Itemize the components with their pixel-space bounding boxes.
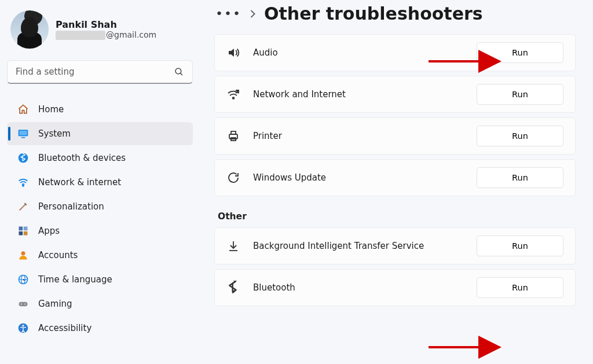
svg-point-6: [23, 185, 24, 186]
sidebar-item-label: System: [38, 128, 71, 139]
update-icon: [226, 171, 240, 185]
sidebar-item-label: Accounts: [38, 250, 78, 260]
redacted-email-local: [56, 31, 105, 40]
troubleshooter-label: Network and Internet: [253, 89, 464, 100]
svg-rect-15: [19, 302, 28, 307]
svg-point-19: [22, 325, 24, 326]
annotation-arrow: [429, 336, 504, 359]
user-email: @gmail.com: [56, 30, 156, 40]
search-box[interactable]: [7, 60, 193, 84]
troubleshooter-row: Bluetooth Run: [214, 269, 576, 306]
svg-rect-4: [21, 137, 25, 138]
apps-icon: [17, 225, 29, 237]
sidebar-item-bluetooth-devices[interactable]: Bluetooth & devices: [7, 146, 193, 170]
sidebar-item-home[interactable]: Home: [7, 98, 193, 121]
sidebar-item-system[interactable]: System: [7, 122, 193, 145]
sidebar-item-label: Time & language: [38, 274, 112, 285]
audio-icon: [226, 46, 240, 60]
bluetooth-icon: [226, 281, 240, 295]
breadcrumb-overflow-button[interactable]: •••: [215, 6, 241, 21]
nav-list: Home System Bluetooth & devices Network …: [7, 98, 193, 340]
sidebar-item-label: Apps: [38, 226, 60, 236]
svg-rect-10: [24, 231, 28, 236]
svg-rect-7: [19, 227, 23, 231]
troubleshooter-label: Windows Update: [253, 172, 464, 183]
svg-point-16: [21, 304, 22, 305]
sidebar-item-label: Gaming: [38, 299, 72, 309]
troubleshooter-label: Audio: [253, 47, 464, 58]
svg-point-0: [175, 68, 181, 74]
accounts-icon: [17, 249, 29, 261]
sidebar-item-label: Bluetooth & devices: [38, 153, 126, 163]
run-button-windows-update[interactable]: Run: [477, 167, 563, 188]
sidebar-item-time-language[interactable]: Time & language: [7, 268, 193, 291]
system-icon: [17, 128, 29, 139]
sidebar-item-personalization[interactable]: Personalization: [7, 195, 193, 218]
svg-point-11: [21, 251, 25, 255]
troubleshooter-row: Network and Internet Run: [214, 76, 576, 113]
svg-rect-8: [24, 227, 28, 231]
profile-block[interactable]: Pankil Shah @gmail.com: [10, 10, 189, 49]
svg-line-1: [180, 73, 182, 75]
search-input[interactable]: [16, 67, 174, 77]
avatar: [10, 10, 49, 49]
troubleshooter-label: Printer: [253, 131, 464, 141]
sidebar-item-label: Personalization: [38, 201, 104, 212]
sidebar-item-label: Home: [38, 104, 64, 115]
sidebar-item-label: Accessibility: [38, 323, 91, 333]
troubleshooter-row: Printer Run: [214, 117, 576, 155]
svg-rect-3: [19, 131, 27, 135]
sidebar-item-apps[interactable]: Apps: [7, 219, 193, 242]
svg-point-20: [233, 97, 235, 99]
sidebar-item-network-internet[interactable]: Network & internet: [7, 171, 193, 194]
time-language-icon: [17, 274, 29, 285]
sidebar-item-accounts[interactable]: Accounts: [7, 244, 193, 267]
troubleshooter-row: Background Intelligent Transfer Service …: [214, 227, 576, 264]
troubleshooter-label: Bluetooth: [253, 282, 464, 293]
search-icon: [174, 67, 184, 77]
paintbrush-icon: [17, 201, 29, 212]
sidebar: Pankil Shah @gmail.com Home System Bluet…: [0, 0, 200, 364]
run-button-printer[interactable]: Run: [477, 126, 563, 146]
chevron-right-icon: [250, 9, 256, 19]
network-icon: [226, 87, 240, 101]
gaming-icon: [17, 298, 29, 310]
run-button-audio[interactable]: Run: [477, 42, 563, 63]
home-icon: [17, 104, 29, 115]
run-button-bits[interactable]: Run: [477, 236, 563, 256]
run-button-bluetooth[interactable]: Run: [477, 277, 563, 298]
bluetooth-icon: [17, 152, 29, 164]
sidebar-item-label: Network & internet: [38, 177, 121, 187]
user-name: Pankil Shah: [56, 19, 156, 30]
header: ••• Other troubleshooters: [215, 3, 576, 24]
main-content: ••• Other troubleshooters Audio Run Netw…: [200, 0, 593, 364]
troubleshooter-row: Audio Run: [214, 34, 576, 71]
sidebar-item-accessibility[interactable]: Accessibility: [7, 317, 193, 340]
accessibility-icon: [17, 322, 29, 334]
troubleshooter-row: Windows Update Run: [214, 159, 576, 196]
wifi-icon: [17, 177, 29, 188]
svg-point-17: [24, 304, 25, 305]
svg-rect-22: [231, 131, 236, 134]
section-heading-other: Other: [218, 211, 576, 222]
sidebar-item-gaming[interactable]: Gaming: [7, 292, 193, 315]
page-title: Other troubleshooters: [264, 3, 483, 24]
svg-rect-9: [19, 231, 23, 236]
printer-icon: [226, 129, 240, 143]
run-button-network[interactable]: Run: [477, 84, 563, 105]
troubleshooter-label: Background Intelligent Transfer Service: [253, 241, 464, 251]
download-icon: [226, 239, 240, 253]
